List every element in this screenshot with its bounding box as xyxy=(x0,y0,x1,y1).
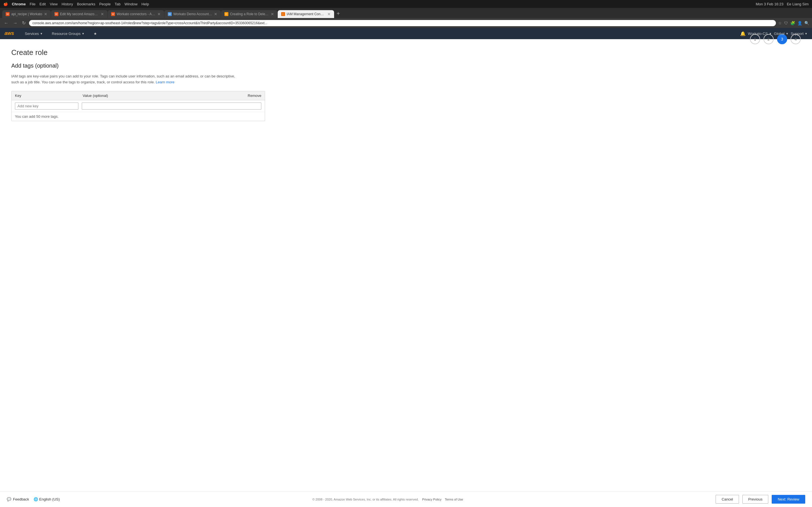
learn-more-link[interactable]: Learn more xyxy=(156,80,174,84)
region-dropdown[interactable]: Global ▼ xyxy=(774,32,788,36)
tags-table: Key Value (optional) Remove You can add … xyxy=(11,91,265,121)
tab-label-6: IAM Management Console xyxy=(287,12,326,16)
resource-groups-nav-item[interactable]: Resource Groups ▼ xyxy=(50,31,87,37)
forward-button[interactable]: → xyxy=(12,20,18,26)
tab-close-6[interactable]: ✕ xyxy=(327,12,331,16)
extension-icon[interactable]: 🧩 xyxy=(790,21,795,25)
mac-status-bar: Mon 3 Feb 16:23 Ee Liang Sim xyxy=(756,2,809,6)
datetime: Mon 3 Feb 16:23 xyxy=(756,2,783,6)
file-menu[interactable]: File xyxy=(30,2,36,6)
main-content: 1 2 3 4 Create role Add tags (optional) … xyxy=(0,39,812,208)
tab-workato-demo[interactable]: W Workato Demo Account A... ✕ xyxy=(164,10,221,18)
column-header-remove: Remove xyxy=(239,94,261,98)
address-bar-row: ← → ↻ ☆ 🛡 🧩 👤 🔍 xyxy=(0,18,812,28)
reload-button[interactable]: ↻ xyxy=(21,20,27,26)
tab-close-3[interactable]: ✕ xyxy=(157,12,161,16)
tab-edit-amazon[interactable]: W Edit My second Amazon S... ✕ xyxy=(51,10,107,18)
browser-chrome: W api_recipe | Workato ✕ W Edit My secon… xyxy=(0,8,812,28)
tab-favicon-5: C xyxy=(224,12,229,16)
tab-label-1: api_recipe | Workato xyxy=(11,12,42,16)
tab-label-5: Creating a Role to Deleg... xyxy=(230,12,269,16)
history-menu[interactable]: History xyxy=(61,2,73,6)
back-button[interactable]: ← xyxy=(3,20,10,26)
svg-text:aws: aws xyxy=(4,31,14,36)
view-menu[interactable]: View xyxy=(50,2,57,6)
tab-api-recipe[interactable]: W api_recipe | Workato ✕ xyxy=(2,10,51,18)
tab-creating-role[interactable]: C Creating a Role to Deleg... ✕ xyxy=(221,10,277,18)
tab-menu[interactable]: Tab xyxy=(114,2,120,6)
services-chevron-icon: ▼ xyxy=(40,32,43,35)
favorites-icon[interactable]: ★ xyxy=(91,31,99,37)
description-text: IAM tags are key-value pairs you can add… xyxy=(11,73,237,86)
username: Ee Liang Sim xyxy=(787,2,809,6)
tab-label-2: Edit My second Amazon S... xyxy=(60,12,99,16)
tab-bar: W api_recipe | Workato ✕ W Edit My secon… xyxy=(0,8,812,18)
tab-label-3: Workato connectors - Am... xyxy=(117,12,156,16)
tag-key-input[interactable] xyxy=(15,103,79,110)
tab-close-1[interactable]: ✕ xyxy=(44,12,47,16)
bookmarks-menu[interactable]: Bookmarks xyxy=(77,2,95,6)
tag-input-row xyxy=(11,100,265,112)
tab-workato-connectors[interactable]: W Workato connectors - Am... ✕ xyxy=(108,10,164,18)
tab-favicon-2: W xyxy=(54,12,58,16)
column-header-value: Value (optional) xyxy=(83,94,239,98)
tags-info-text: You can add 50 more tags. xyxy=(11,112,265,121)
region-chevron-icon: ▼ xyxy=(786,32,789,35)
account-circle-icon[interactable]: 👤 xyxy=(797,21,802,25)
url-bar[interactable] xyxy=(29,20,776,26)
aws-nav-right: 🔔 Workato-CS ▼ Global ▼ Support ▼ xyxy=(740,31,808,36)
shield-icon[interactable]: 🛡 xyxy=(784,21,788,25)
tab-iam-console[interactable]: I IAM Management Console ✕ xyxy=(278,10,334,18)
support-dropdown[interactable]: Support ▼ xyxy=(791,32,808,36)
section-title: Add tags (optional) xyxy=(11,62,801,69)
mac-menu-bar: 🍎 Chrome File Edit View History Bookmark… xyxy=(3,2,149,6)
page-title: Create role xyxy=(11,48,801,57)
tab-label-4: Workato Demo Account A... xyxy=(173,12,212,16)
tags-table-header: Key Value (optional) Remove xyxy=(11,91,265,100)
mac-titlebar: 🍎 Chrome File Edit View History Bookmark… xyxy=(0,0,812,8)
tab-close-5[interactable]: ✕ xyxy=(271,12,274,16)
app-name: Chrome xyxy=(12,2,26,6)
account-dropdown[interactable]: Workato-CS ▼ xyxy=(748,32,772,36)
tab-favicon-3: W xyxy=(111,12,115,16)
bookmark-icon[interactable]: ☆ xyxy=(778,21,782,25)
resource-groups-chevron-icon: ▼ xyxy=(82,32,85,35)
tab-favicon-1: W xyxy=(6,12,10,16)
window-menu[interactable]: Window xyxy=(124,2,137,6)
support-chevron-icon: ▼ xyxy=(805,32,808,35)
apple-menu-icon[interactable]: 🍎 xyxy=(3,2,8,6)
help-menu[interactable]: Help xyxy=(142,2,149,6)
notification-bell-icon[interactable]: 🔔 xyxy=(740,31,746,36)
column-header-key: Key xyxy=(15,94,83,98)
new-tab-button[interactable]: + xyxy=(335,10,342,18)
search-icon[interactable]: 🔍 xyxy=(804,21,809,25)
people-menu[interactable]: People xyxy=(99,2,110,6)
account-chevron-icon: ▼ xyxy=(769,32,772,35)
tab-close-4[interactable]: ✕ xyxy=(214,12,217,16)
services-nav-item[interactable]: Services ▼ xyxy=(22,31,45,37)
tab-close-2[interactable]: ✕ xyxy=(101,12,104,16)
edit-menu[interactable]: Edit xyxy=(40,2,46,6)
toolbar-icons: ☆ 🛡 🧩 👤 🔍 xyxy=(778,21,809,25)
tab-favicon-6: I xyxy=(281,12,285,16)
aws-logo: aws xyxy=(4,29,16,38)
aws-header: aws Services ▼ Resource Groups ▼ ★ 🔔 Wor… xyxy=(0,28,812,39)
tab-favicon-4: W xyxy=(168,12,172,16)
tag-value-input[interactable] xyxy=(82,103,261,110)
